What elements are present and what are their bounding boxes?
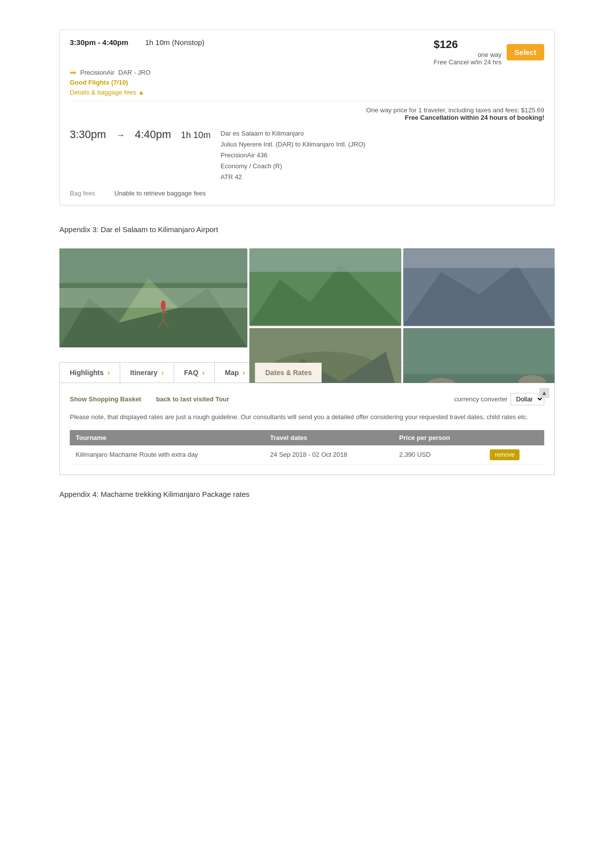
scroll-up-button[interactable]: ▲: [539, 388, 549, 398]
route-full: Dar es Salaam to Kilimanjaro: [221, 128, 366, 139]
flight-info-block: Dar es Salaam to Kilimanjaro Julius Nyer…: [221, 128, 366, 183]
flight-card: 3:30pm - 4:40pm 1h 10m (Nonstop) $126 on…: [59, 30, 555, 205]
select-button[interactable]: Select: [507, 44, 544, 60]
tourname-cell: Kilimanjaro Machame Route with extra day: [70, 445, 264, 465]
itinerary-arrow-icon: ›: [161, 369, 164, 377]
action-cell: remove: [484, 445, 544, 465]
scroll-up-icon: ▲: [541, 389, 547, 396]
route-short: DAR - JRO: [118, 69, 150, 76]
tab-dates-rates[interactable]: Dates & Rates: [255, 363, 322, 383]
dates-cell: 24 Sep 2018 - 02 Oct 2018: [264, 445, 393, 465]
appendix3-label: Appendix 3: Dar el Salaam to Kilimanjaro…: [59, 225, 555, 234]
free-cancel-note: Free Cancellation within 24 hours of boo…: [405, 114, 544, 121]
airline-full: PrecisionAir 436: [221, 150, 366, 161]
tab-itinerary[interactable]: Itinerary ›: [120, 363, 174, 383]
col-tourname: Tourname: [70, 430, 264, 445]
rates-note: Please note, that displayed rates are ju…: [70, 412, 544, 422]
appendix4-label: Appendix 4: Machame trekking Kilimanjaro…: [59, 490, 555, 498]
free-cancel-label: Free Cancel w/in 24 hrs: [434, 58, 502, 66]
airline-arrow-icon: ➡: [70, 68, 76, 77]
airline-name: PrecisionAir: [80, 69, 114, 76]
price-note: One way price for 1 traveler, including …: [70, 106, 544, 121]
flight-direction-icon: →: [116, 130, 125, 141]
flight-duration-detail: 1h 10m: [181, 130, 211, 141]
back-to-tour-link[interactable]: back to last visited Tour: [156, 395, 229, 403]
map-label: Map: [225, 369, 238, 377]
faq-label: FAQ: [184, 369, 198, 377]
highlights-arrow-icon: ›: [107, 369, 110, 377]
bag-fees-value: Unable to retrieve baggage fees: [114, 190, 206, 197]
airports: Julius Nyerere Intl. (DAR) to Kilimanjar…: [221, 139, 366, 150]
details-baggage-link[interactable]: Details & baggage fees ▲: [70, 89, 144, 96]
main-image: [59, 248, 247, 347]
flight-price: $126: [434, 38, 502, 51]
grid-image-1: [249, 248, 401, 326]
flight-duration: 1h 10m (Nonstop): [145, 38, 204, 47]
rates-toolbar: Show Shopping Basket back to last visite…: [70, 393, 544, 405]
svg-rect-12: [249, 249, 401, 272]
rates-panel: ▲ Show Shopping Basket back to last visi…: [59, 383, 555, 475]
currency-block: currency converter Dollar Euro GBP: [454, 393, 544, 405]
col-travel-dates: Travel dates: [264, 430, 393, 445]
svg-rect-9: [59, 248, 247, 283]
grid-image-2: [403, 248, 555, 326]
arrive-time: 4:40pm: [135, 128, 171, 141]
svg-rect-3: [59, 288, 247, 308]
svg-point-4: [161, 300, 166, 310]
aircraft: ATR 42: [221, 172, 366, 183]
highlights-label: Highlights: [70, 369, 103, 377]
itinerary-label: Itinerary: [130, 369, 157, 377]
show-basket-link[interactable]: Show Shopping Basket: [70, 395, 141, 403]
image-grid: [249, 248, 555, 347]
tab-map[interactable]: Map ›: [215, 363, 255, 383]
bag-fees-label: Bag fees: [70, 190, 104, 197]
image-collage: [59, 248, 555, 347]
map-arrow-icon: ›: [242, 369, 245, 377]
depart-time: 3:30pm: [70, 128, 106, 141]
flight-class: Economy / Coach (R): [221, 161, 366, 172]
col-price: Price per person: [393, 430, 484, 445]
flight-times: 3:30pm - 4:40pm: [70, 38, 128, 47]
faq-arrow-icon: ›: [202, 369, 205, 377]
flight-price-label: one way: [434, 51, 502, 58]
table-row: Kilimanjaro Machame Route with extra day…: [70, 445, 544, 465]
good-flights-label: Good Flights (7/10): [70, 79, 128, 86]
price-cell: 2,390 USD: [393, 445, 484, 465]
svg-rect-15: [403, 249, 555, 268]
currency-label: currency converter: [454, 395, 508, 403]
remove-button[interactable]: remove: [490, 449, 520, 460]
tab-faq[interactable]: FAQ ›: [174, 363, 215, 383]
rates-table: Tourname Travel dates Price per person K…: [70, 430, 544, 465]
col-action: [484, 430, 544, 445]
dates-rates-label: Dates & Rates: [265, 369, 312, 377]
tab-highlights[interactable]: Highlights ›: [60, 363, 120, 383]
